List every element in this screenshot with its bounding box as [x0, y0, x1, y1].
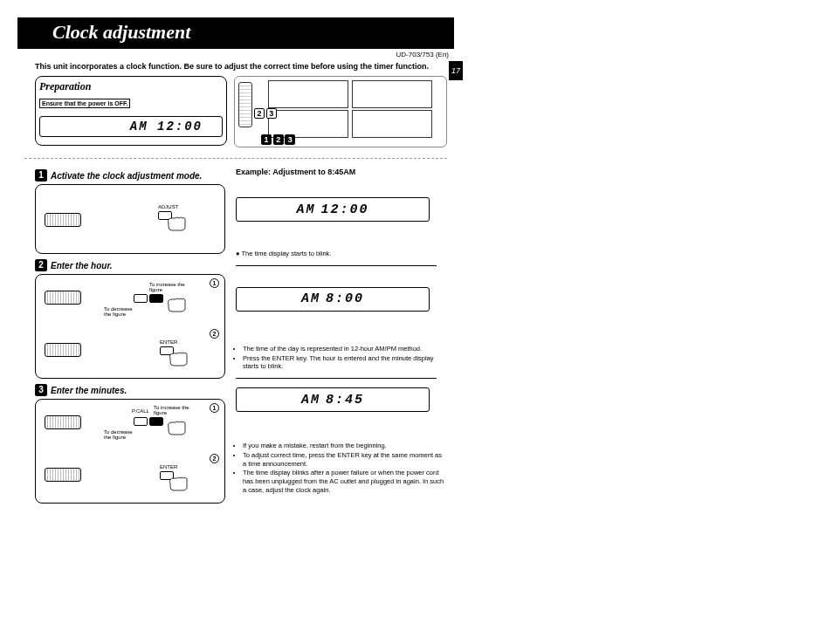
substep-1: 1 [210, 278, 219, 288]
notes-3: If you make a mistake, restart from the … [236, 442, 447, 495]
step-1-header: 1 Activate the clock adjustment mode. [35, 169, 227, 182]
display-text: AM 12:00 [130, 120, 203, 134]
down-key [134, 294, 148, 303]
substep-2: 2 [210, 454, 219, 463]
decrease-label: To decrease the figure [104, 306, 139, 317]
time-value: 12:00 [321, 202, 369, 217]
preparation-title: Preparation [39, 80, 223, 93]
ampm: AM [296, 202, 315, 217]
note-item: Press the ENTER key. The hour is entered… [243, 354, 447, 372]
step-2-num: 2 [35, 259, 47, 271]
note-item: To adjust correct time, press the ENTER … [243, 451, 447, 469]
callout-3w: 3 [266, 108, 277, 119]
callout-3: 3 [285, 134, 295, 145]
decrease-label: To decrease the figure [104, 429, 139, 440]
component-4 [352, 110, 432, 138]
remote-icon [238, 82, 252, 127]
note-item: The time display blinks after a power fa… [243, 469, 447, 494]
down-key [134, 417, 148, 426]
example-title: Example: Adjustment to 8:45AM [236, 168, 447, 176]
step-1-title: Activate the clock adjustment mode. [51, 171, 202, 181]
page-title-bar: Clock adjustment [17, 17, 454, 49]
intro-text: This unit incorporates a clock function.… [17, 58, 454, 76]
substep-1: 1 [210, 403, 219, 413]
remote-icon [45, 468, 81, 482]
manual-page: Clock adjustment UD-703/753 (En) 17 This… [17, 17, 454, 504]
hand-icon [167, 475, 189, 492]
content-columns: 1 Activate the clock adjustment mode. AD… [17, 164, 454, 504]
substep-2: 2 [210, 329, 219, 339]
hand-icon [165, 215, 188, 232]
model-id: UD-703/753 (En) [17, 49, 454, 58]
separator [236, 378, 437, 379]
pcall-label: P.CALL [132, 408, 149, 414]
notes-2: The time of the day is represented in 12… [236, 345, 447, 371]
example-display-3: AM 8:45 [236, 387, 430, 412]
note-1: ● The time display starts to blink. [236, 250, 447, 258]
remote-icon [45, 213, 81, 227]
callout-group-top: 2 3 [254, 108, 277, 119]
note-item: The time of the day is represented in 12… [243, 345, 447, 353]
preparation-instruction: Ensure that the power is OFF. [39, 99, 130, 108]
increase-label: To increase the figure [149, 282, 193, 292]
remote-icon [45, 291, 81, 305]
step-2-diagram: 1 To increase the figure To decrease the… [35, 274, 225, 379]
adjust-label: ADJUST [158, 204, 178, 209]
enter-label: ENTER [160, 339, 177, 345]
step-2-title: Enter the hour. [51, 261, 113, 271]
step-3-header: 3 Enter the minutes. [35, 384, 227, 396]
component-1 [268, 80, 348, 108]
step-3-title: Enter the minutes. [51, 386, 127, 395]
step-1-diagram: ADJUST [35, 184, 225, 254]
preparation-display: AM 12:00 [39, 116, 223, 137]
increase-label: To increase the figure [154, 405, 197, 415]
equipment-diagram: 2 3 1 2 3 [234, 76, 447, 147]
ampm: AM [301, 291, 320, 306]
hand-icon [167, 350, 189, 367]
callout-2: 2 [273, 134, 284, 145]
hand-icon [165, 296, 188, 313]
step-3-num: 3 [35, 384, 47, 396]
separator [236, 265, 437, 266]
step-3-diagram: 1 P.CALL To increase the figure To decre… [35, 399, 225, 504]
right-column: Example: Adjustment to 8:45AM AM 12:00 ●… [236, 164, 447, 504]
enter-label: ENTER [160, 464, 177, 469]
step-2-header: 2 Enter the hour. [35, 259, 227, 271]
time-value: 8:45 [326, 393, 364, 408]
hand-icon [165, 419, 188, 436]
time-value: 8:00 [326, 291, 364, 306]
up-key [149, 417, 163, 426]
callout-group-bottom: 1 2 3 [261, 134, 295, 145]
callout-1: 1 [261, 134, 272, 145]
page-title: Clock adjustment [52, 21, 190, 43]
remote-icon [45, 343, 81, 357]
step-1-num: 1 [35, 169, 47, 182]
callout-2w: 2 [254, 108, 265, 119]
component-3 [352, 80, 432, 108]
preparation-box: Preparation Ensure that the power is OFF… [35, 76, 227, 146]
ampm: AM [301, 393, 320, 408]
remote-icon [45, 415, 81, 429]
example-display-1: AM 12:00 [236, 197, 430, 222]
note-item: If you make a mistake, restart from the … [243, 442, 447, 450]
example-display-2: AM 8:00 [236, 287, 430, 312]
divider [24, 158, 447, 159]
top-row: Preparation Ensure that the power is OFF… [17, 76, 454, 153]
left-column: 1 Activate the clock adjustment mode. AD… [35, 164, 227, 504]
up-key [149, 294, 163, 303]
page-number-tab: 17 [449, 61, 463, 80]
